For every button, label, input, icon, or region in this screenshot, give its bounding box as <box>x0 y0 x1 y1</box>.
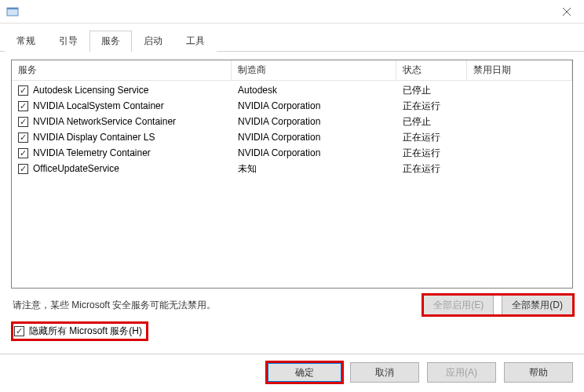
dialog-button-bar: 确定 取消 应用(A) 帮助 <box>0 354 584 383</box>
service-name: NVIDIA Display Container LS <box>33 132 155 143</box>
hide-ms-checkbox-label[interactable]: 隐藏所有 Microsoft 服务(H) <box>13 323 147 339</box>
help-button[interactable]: 帮助 <box>504 362 573 383</box>
table-body: Autodesk Licensing ServiceAutodesk已停止NVI… <box>12 81 572 176</box>
service-name: Autodesk Licensing Service <box>33 85 148 96</box>
row-checkbox[interactable] <box>18 148 28 158</box>
enable-all-button[interactable]: 全部启用(E) <box>423 295 494 315</box>
service-name: OfficeUpdateService <box>33 163 119 174</box>
table-row[interactable]: NVIDIA NetworkService ContainerNVIDIA Co… <box>12 114 572 129</box>
table-row[interactable]: NVIDIA Display Container LSNVIDIA Corpor… <box>12 129 572 145</box>
tab-tools[interactable]: 工具 <box>174 31 217 52</box>
row-checkbox[interactable] <box>18 85 28 96</box>
table-header: 服务 制造商 状态 禁用日期 <box>12 60 572 81</box>
tab-general[interactable]: 常规 <box>5 31 47 52</box>
close-button[interactable] <box>549 0 584 24</box>
status: 正在运行 <box>396 147 467 160</box>
service-name: NVIDIA NetworkService Container <box>33 116 176 127</box>
tab-strip: 常规 引导 服务 启动 工具 <box>0 24 584 52</box>
hide-ms-checkbox[interactable] <box>14 326 24 336</box>
svg-rect-1 <box>7 8 18 9</box>
manufacturer: NVIDIA Corporation <box>232 100 396 111</box>
status: 正在运行 <box>396 100 467 113</box>
manufacturer: NVIDIA Corporation <box>232 147 396 158</box>
col-disabled-date[interactable]: 禁用日期 <box>467 60 572 80</box>
apply-button[interactable]: 应用(A) <box>427 362 496 383</box>
status: 已停止 <box>396 84 467 97</box>
tab-services[interactable]: 服务 <box>89 31 132 52</box>
manufacturer: Autodesk <box>232 85 396 96</box>
enable-disable-group: 全部启用(E) 全部禁用(D) <box>423 295 573 315</box>
status: 正在运行 <box>396 162 467 176</box>
table-row[interactable]: Autodesk Licensing ServiceAutodesk已停止 <box>12 82 572 98</box>
app-icon <box>6 5 19 18</box>
col-manufacturer[interactable]: 制造商 <box>232 60 396 80</box>
note-text: 请注意，某些 Microsoft 安全服务可能无法禁用。 <box>13 299 216 312</box>
tab-boot[interactable]: 引导 <box>47 31 89 52</box>
row-checkbox[interactable] <box>18 101 28 111</box>
manufacturer: NVIDIA Corporation <box>232 116 396 127</box>
services-table: 服务 制造商 状态 禁用日期 Autodesk Licensing Servic… <box>11 60 573 289</box>
status: 已停止 <box>396 115 467 129</box>
service-name: NVIDIA LocalSystem Container <box>33 100 164 111</box>
table-row[interactable]: OfficeUpdateService未知正在运行 <box>12 161 572 176</box>
col-service[interactable]: 服务 <box>12 60 232 80</box>
manufacturer: 未知 <box>232 162 396 176</box>
row-checkbox[interactable] <box>18 117 28 127</box>
manufacturer: NVIDIA Corporation <box>232 132 396 143</box>
col-status[interactable]: 状态 <box>396 60 467 80</box>
cancel-button[interactable]: 取消 <box>350 362 419 383</box>
row-checkbox[interactable] <box>18 164 28 174</box>
titlebar <box>0 0 584 24</box>
tab-content: 服务 制造商 状态 禁用日期 Autodesk Licensing Servic… <box>0 52 584 352</box>
hide-ms-text: 隐藏所有 Microsoft 服务(H) <box>29 325 142 338</box>
table-row[interactable]: NVIDIA LocalSystem ContainerNVIDIA Corpo… <box>12 98 572 114</box>
disable-all-button[interactable]: 全部禁用(D) <box>502 295 573 315</box>
table-row[interactable]: NVIDIA Telemetry ContainerNVIDIA Corpora… <box>12 145 572 161</box>
tab-startup[interactable]: 启动 <box>132 31 174 52</box>
ok-button[interactable]: 确定 <box>267 362 342 383</box>
row-checkbox[interactable] <box>18 132 28 143</box>
service-name: NVIDIA Telemetry Container <box>33 147 151 158</box>
status: 正在运行 <box>396 131 467 144</box>
